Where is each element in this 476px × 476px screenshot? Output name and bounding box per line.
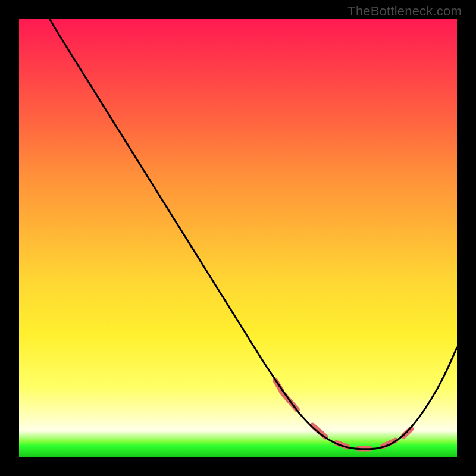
- chart-svg: [19, 19, 457, 457]
- chart-frame: TheBottleneck.com: [0, 0, 476, 476]
- bottleneck-curve: [50, 19, 458, 449]
- plot-area: [19, 19, 457, 457]
- marker-dashes: [275, 380, 411, 449]
- watermark-text: TheBottleneck.com: [347, 4, 462, 19]
- marker-dash: [312, 425, 325, 437]
